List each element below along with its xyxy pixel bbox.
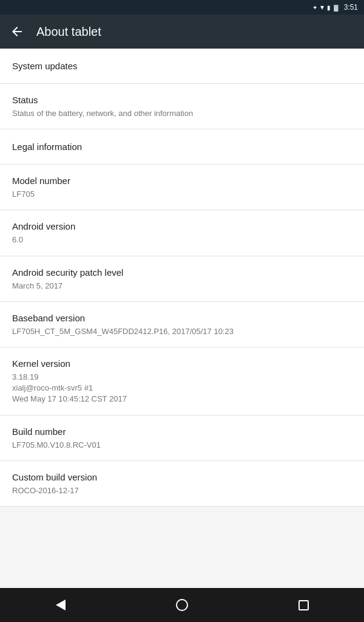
kernel-value: 3.18.19xialj@roco-mtk-svr5 #1Wed May 17 …: [12, 372, 352, 405]
back-nav-icon: [56, 600, 66, 610]
battery-icon: [334, 4, 338, 11]
wifi-icon: [320, 3, 324, 12]
build-number-value: LF705.M0.V10.8.RC-V01: [12, 440, 352, 451]
home-nav-icon: [176, 599, 188, 611]
recents-nav-button[interactable]: [291, 593, 315, 617]
navigation-bar: [0, 588, 364, 622]
list-item-security-patch: Android security patch level March 5, 20…: [0, 256, 364, 302]
list-item-system-updates[interactable]: System updates: [0, 49, 364, 84]
list-item-kernel: Kernel version 3.18.19xialj@roco-mtk-svr…: [0, 347, 364, 415]
list-item-custom-build: Custom build version ROCO-2016-12-17: [0, 461, 364, 507]
bluetooth-icon: [312, 4, 317, 11]
content-area: System updates Status Status of the batt…: [0, 49, 364, 588]
list-item-baseband: Baseband version LF705H_CT_5M_GSM4_W45FD…: [0, 302, 364, 347]
model-number-title: Model number: [12, 174, 352, 187]
build-number-title: Build number: [12, 425, 352, 438]
kernel-title: Kernel version: [12, 357, 352, 370]
security-patch-title: Android security patch level: [12, 266, 352, 279]
custom-build-value: ROCO-2016-12-17: [12, 485, 352, 496]
list-item-model-number: Model number LF705: [0, 165, 364, 210]
list-item-status[interactable]: Status Status of the battery, network, a…: [0, 84, 364, 129]
signal-icon: [327, 4, 331, 11]
status-title: Status: [12, 94, 352, 106]
baseband-title: Baseband version: [12, 312, 352, 324]
app-bar: About tablet: [0, 15, 364, 49]
custom-build-title: Custom build version: [12, 471, 352, 484]
back-button[interactable]: [10, 24, 24, 39]
back-nav-button[interactable]: [49, 593, 73, 617]
list-item-android-version: Android version 6.0: [0, 210, 364, 256]
home-nav-button[interactable]: [170, 593, 194, 617]
list-item-legal[interactable]: Legal information: [0, 129, 364, 165]
app-bar-title: About tablet: [36, 25, 101, 39]
legal-title: Legal information: [12, 140, 352, 153]
time-display: 3:51: [344, 3, 358, 12]
security-patch-value: March 5, 2017: [12, 281, 352, 292]
recents-nav-icon: [298, 600, 309, 610]
android-version-title: Android version: [12, 220, 352, 233]
status-icons: 3:51: [312, 3, 358, 12]
baseband-value: LF705H_CT_5M_GSM4_W45FDD2412.P16, 2017/0…: [12, 326, 352, 337]
model-number-value: LF705: [12, 189, 352, 200]
status-subtitle: Status of the battery, network, and othe…: [12, 108, 352, 119]
system-updates-title: System updates: [12, 60, 352, 72]
android-version-value: 6.0: [12, 234, 352, 245]
list-item-build-number: Build number LF705.M0.V10.8.RC-V01: [0, 415, 364, 461]
status-bar: 3:51: [0, 0, 364, 15]
